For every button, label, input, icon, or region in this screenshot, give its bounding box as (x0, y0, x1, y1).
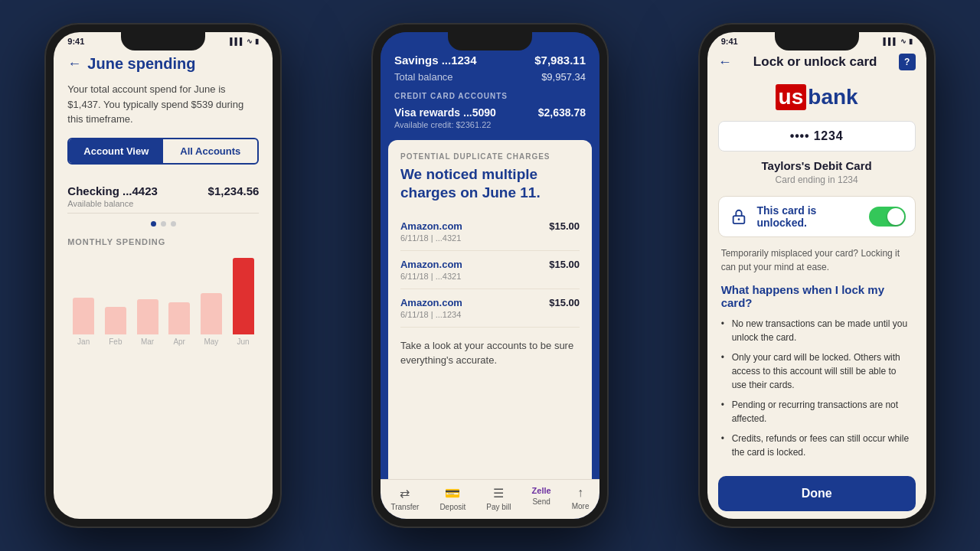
phone1-content: ← June spending Your total account spend… (54, 49, 273, 352)
label-mar: Mar (141, 337, 154, 346)
notch-3 (775, 32, 859, 51)
bar-may (201, 293, 222, 334)
nav-paybill[interactable]: ☰ Pay bill (486, 486, 511, 511)
lock-toggle-row: This card is unlocked. (718, 196, 916, 237)
usbank-us-text: us (776, 84, 807, 110)
dot-3[interactable] (171, 221, 176, 227)
bar-feb (105, 307, 126, 334)
chart-col-jan: Jan (67, 254, 100, 346)
account-view-btn[interactable]: Account View (69, 139, 163, 163)
lock-bullets-list: No new transactions can be made until yo… (707, 317, 926, 476)
amount-3: $15.00 (549, 297, 580, 319)
lock-description: Temporarily misplaced your card? Locking… (707, 246, 926, 283)
bar-jun (233, 258, 254, 334)
spending-description: Your total account spend for June is $1,… (67, 82, 259, 127)
usbank-logo: usbank (776, 84, 858, 110)
account-info: Checking ...4423 Available balance (67, 184, 158, 208)
chart-col-may: May (195, 254, 227, 346)
lock-status-text: This card is unlocked. (757, 204, 869, 229)
paybill-icon: ☰ (493, 486, 504, 500)
help-button[interactable]: ? (899, 54, 916, 70)
nav-more[interactable]: ↑ More (572, 486, 590, 511)
nav-transfer[interactable]: ⇄ Transfer (390, 486, 419, 511)
transaction-3: Amazon.com 6/11/18 | ...1234 $15.00 (400, 289, 580, 328)
back-button-1[interactable]: ← (67, 56, 81, 72)
savings-label: Savings ...1234 (394, 54, 477, 67)
visa-sub: Available credit: $2361.22 (394, 120, 496, 129)
back-button-3[interactable]: ← (718, 54, 732, 70)
lock-icon-box (728, 206, 750, 227)
account-sub: Available balance (67, 199, 158, 208)
account-amount: $1,234.56 (208, 184, 260, 197)
visa-info: Visa rewards ...5090 Available credit: $… (394, 106, 496, 129)
status-icons-1: ▌▌▌ ∿ ▮ (230, 37, 259, 45)
notch-1 (121, 32, 205, 51)
bar-mar (137, 299, 158, 334)
date-2: 6/11/18 | ...4321 (400, 272, 462, 281)
label-may: May (204, 337, 218, 346)
credit-card-section-header: CREDIT CARD ACCOUNTS (394, 92, 586, 100)
status-icons-3: ▌▌▌ ∿ ▮ (884, 37, 913, 45)
transfer-icon: ⇄ (400, 486, 410, 500)
dup-label: POTENTIAL DUPLICATE CHARGES (400, 152, 580, 161)
page-title-1: June spending (87, 55, 195, 73)
bullet-2: Only your card will be locked. Others wi… (721, 350, 913, 392)
monthly-chart: Jan Feb Mar Apr May (67, 254, 259, 346)
done-button[interactable]: Done (718, 476, 916, 511)
paybill-label: Pay bill (486, 503, 511, 511)
signal-icon-3: ▌▌▌ (884, 37, 898, 45)
amount-1: $15.00 (549, 220, 580, 243)
account-card: Checking ...4423 Available balance $1,23… (67, 178, 259, 214)
date-1: 6/11/18 | ...4321 (400, 233, 462, 243)
more-icon: ↑ (577, 486, 583, 500)
dot-1[interactable] (151, 221, 156, 227)
transaction-1: Amazon.com 6/11/18 | ...4321 $15.00 (400, 213, 580, 251)
card-lock-toggle[interactable] (869, 207, 906, 227)
phone-2: Savings ...1234 $7,983.11 Total balance … (371, 23, 609, 528)
status-time-3: 9:41 (721, 37, 738, 46)
dup-footer: Take a look at your accounts to be sure … (400, 328, 580, 368)
dot-2[interactable] (161, 221, 166, 227)
label-jan: Jan (77, 337, 90, 346)
transaction-2-info: Amazon.com 6/11/18 | ...4321 (400, 259, 462, 281)
savings-amount: $7,983.11 (534, 54, 586, 67)
duplicate-charges-card: POTENTIAL DUPLICATE CHARGES We noticed m… (388, 140, 592, 479)
total-balance-amount: $9,957.34 (541, 71, 586, 83)
chart-col-jun: Jun (227, 254, 260, 346)
label-jun: Jun (237, 337, 249, 346)
deposit-icon: 💳 (445, 486, 460, 500)
toggle-knob (887, 208, 904, 225)
phone2-wrapper: Savings ...1234 $7,983.11 Total balance … (381, 32, 599, 519)
merchant-1: Amazon.com (400, 220, 462, 232)
phone-3: 9:41 ▌▌▌ ∿ ▮ ← Lock or unlock card ? usb… (698, 23, 936, 528)
card-number-display: •••• 1234 (718, 121, 916, 152)
nav-send[interactable]: Zelle Send (532, 486, 551, 511)
chart-col-feb: Feb (100, 254, 132, 346)
visa-amount: $2,638.78 (538, 106, 586, 119)
label-apr: Apr (173, 337, 185, 346)
carousel-dots (67, 214, 259, 234)
bullet-3: Pending or recurring transactions are no… (721, 398, 913, 425)
account-name: Checking ...4423 (67, 184, 158, 197)
total-balance-row: Total balance $9,957.34 (394, 71, 586, 83)
usbank-logo-container: usbank (707, 77, 926, 121)
bottom-nav: ⇄ Transfer 💳 Deposit ☰ Pay bill Zelle Se… (381, 479, 599, 519)
visa-row: Visa rewards ...5090 Available credit: $… (394, 106, 586, 129)
merchant-3: Amazon.com (400, 297, 462, 308)
all-accounts-btn[interactable]: All Accounts (163, 139, 257, 163)
monthly-spending-label: MONTHLY SPENDING (67, 237, 259, 246)
chart-col-mar: Mar (132, 254, 164, 346)
phone1-screen: 9:41 ▌▌▌ ∿ ▮ ← June spending Your total … (54, 32, 273, 519)
phone3-header: ← Lock or unlock card ? (707, 49, 926, 77)
nav-deposit[interactable]: 💳 Deposit (439, 486, 466, 511)
battery-icon-3: ▮ (909, 37, 913, 45)
more-label: More (572, 502, 590, 510)
amount-2: $15.00 (549, 259, 580, 281)
bar-jan (73, 298, 94, 334)
send-label: Send (532, 497, 550, 506)
total-balance-label: Total balance (394, 71, 453, 83)
view-toggle[interactable]: Account View All Accounts (67, 138, 259, 165)
wifi-icon-3: ∿ (900, 37, 906, 45)
notch-2 (448, 32, 532, 51)
battery-icon: ▮ (255, 37, 259, 45)
